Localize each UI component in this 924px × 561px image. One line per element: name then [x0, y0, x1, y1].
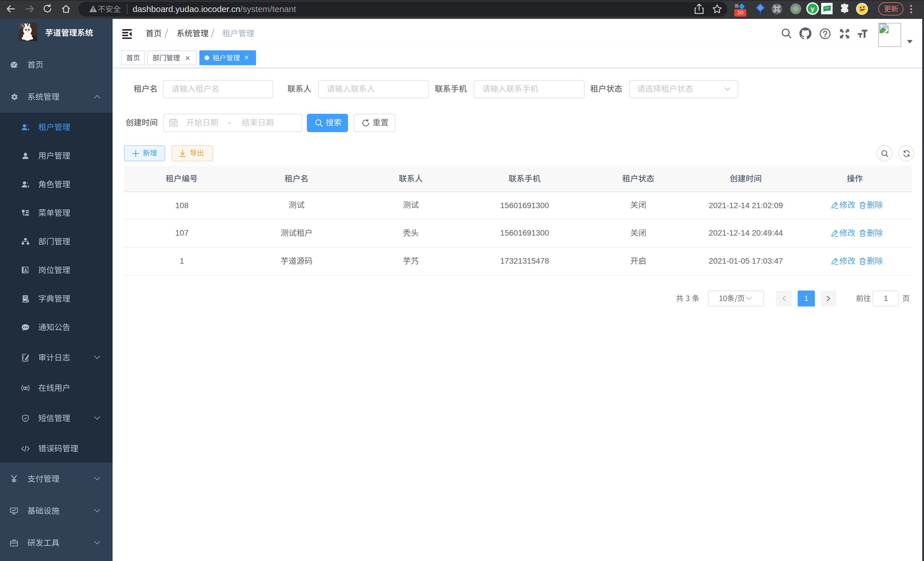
svg-text:y: y — [811, 5, 814, 13]
